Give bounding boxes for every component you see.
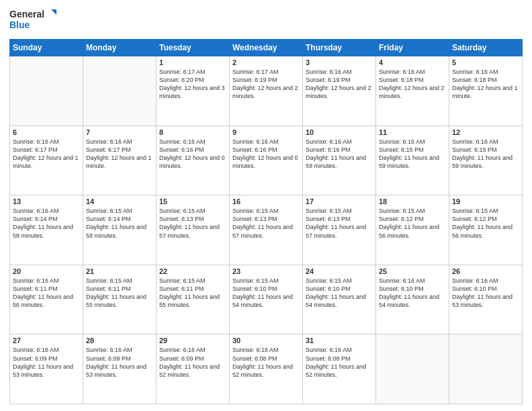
cell-content: Sunrise: 6:16 AMSunset: 6:17 PMDaylight:… xyxy=(86,138,153,171)
calendar-cell: 4Sunrise: 6:16 AMSunset: 6:18 PMDaylight… xyxy=(376,56,449,126)
page: General Blue SundayMondayTuesdayWednesda… xyxy=(0,0,532,411)
cell-content: Sunrise: 6:15 AMSunset: 6:13 PMDaylight:… xyxy=(232,207,300,240)
cell-content: Sunrise: 6:15 AMSunset: 6:11 PMDaylight:… xyxy=(13,277,80,310)
cell-content: Sunrise: 6:17 AMSunset: 6:19 PMDaylight:… xyxy=(232,68,300,101)
day-number: 22 xyxy=(159,267,226,275)
cell-content: Sunrise: 6:16 AMSunset: 6:16 PMDaylight:… xyxy=(306,138,373,171)
day-number: 16 xyxy=(232,197,300,205)
cell-content: Sunrise: 6:16 AMSunset: 6:16 PMDaylight:… xyxy=(159,138,226,171)
calendar-cell: 24Sunrise: 6:15 AMSunset: 6:10 PMDayligh… xyxy=(303,265,376,334)
day-number: 23 xyxy=(232,267,300,275)
cell-content: Sunrise: 6:15 AMSunset: 6:11 PMDaylight:… xyxy=(159,277,226,310)
cell-content: Sunrise: 6:15 AMSunset: 6:14 PMDaylight:… xyxy=(86,207,153,240)
day-number: 9 xyxy=(232,128,300,136)
day-of-week-header: Tuesday xyxy=(157,40,230,56)
day-number: 5 xyxy=(452,58,519,66)
svg-text:Blue: Blue xyxy=(9,19,30,30)
day-number: 1 xyxy=(159,58,226,66)
calendar-cell: 30Sunrise: 6:16 AMSunset: 6:08 PMDayligh… xyxy=(230,334,303,404)
day-number: 21 xyxy=(86,267,153,275)
day-number: 7 xyxy=(86,128,153,136)
calendar-cell xyxy=(83,56,157,126)
cell-content: Sunrise: 6:16 AMSunset: 6:14 PMDaylight:… xyxy=(13,207,80,240)
calendar-cell: 19Sunrise: 6:15 AMSunset: 6:12 PMDayligh… xyxy=(449,195,523,265)
cell-content: Sunrise: 6:15 AMSunset: 6:13 PMDaylight:… xyxy=(159,207,226,240)
calendar-cell: 3Sunrise: 6:16 AMSunset: 6:19 PMDaylight… xyxy=(303,56,376,126)
day-of-week-header: Wednesday xyxy=(230,40,303,56)
calendar-cell: 20Sunrise: 6:15 AMSunset: 6:11 PMDayligh… xyxy=(10,265,83,334)
calendar-cell xyxy=(449,334,523,404)
cell-content: Sunrise: 6:16 AMSunset: 6:09 PMDaylight:… xyxy=(159,346,226,379)
calendar-table: SundayMondayTuesdayWednesdayThursdayFrid… xyxy=(9,39,523,404)
day-number: 6 xyxy=(13,128,80,136)
day-number: 28 xyxy=(86,336,153,345)
cell-content: Sunrise: 6:16 AMSunset: 6:10 PMDaylight:… xyxy=(379,277,446,310)
cell-content: Sunrise: 6:16 AMSunset: 6:08 PMDaylight:… xyxy=(306,346,373,379)
calendar-cell: 22Sunrise: 6:15 AMSunset: 6:11 PMDayligh… xyxy=(157,265,230,334)
calendar-cell: 12Sunrise: 6:16 AMSunset: 6:15 PMDayligh… xyxy=(449,126,523,195)
calendar-cell: 18Sunrise: 6:15 AMSunset: 6:12 PMDayligh… xyxy=(376,195,449,265)
cell-content: Sunrise: 6:16 AMSunset: 6:10 PMDaylight:… xyxy=(452,277,519,310)
day-number: 19 xyxy=(452,197,519,205)
day-number: 14 xyxy=(86,197,153,205)
cell-content: Sunrise: 6:16 AMSunset: 6:09 PMDaylight:… xyxy=(86,346,153,379)
cell-content: Sunrise: 6:16 AMSunset: 6:18 PMDaylight:… xyxy=(452,68,519,101)
calendar-cell: 23Sunrise: 6:15 AMSunset: 6:10 PMDayligh… xyxy=(230,265,303,334)
day-number: 24 xyxy=(306,267,373,275)
calendar-cell: 6Sunrise: 6:16 AMSunset: 6:17 PMDaylight… xyxy=(10,126,83,195)
calendar-cell: 7Sunrise: 6:16 AMSunset: 6:17 PMDaylight… xyxy=(83,126,157,195)
calendar-cell: 27Sunrise: 6:16 AMSunset: 6:09 PMDayligh… xyxy=(10,334,83,404)
day-number: 25 xyxy=(379,267,446,275)
day-number: 17 xyxy=(306,197,373,205)
calendar-cell: 31Sunrise: 6:16 AMSunset: 6:08 PMDayligh… xyxy=(303,334,376,404)
cell-content: Sunrise: 6:15 AMSunset: 6:12 PMDaylight:… xyxy=(379,207,446,240)
logo: General Blue xyxy=(9,7,56,34)
cell-content: Sunrise: 6:15 AMSunset: 6:10 PMDaylight:… xyxy=(232,277,300,310)
cell-content: Sunrise: 6:16 AMSunset: 6:16 PMDaylight:… xyxy=(232,138,300,171)
calendar-cell: 11Sunrise: 6:16 AMSunset: 6:15 PMDayligh… xyxy=(376,126,449,195)
cell-content: Sunrise: 6:16 AMSunset: 6:15 PMDaylight:… xyxy=(452,138,519,171)
calendar-cell: 29Sunrise: 6:16 AMSunset: 6:09 PMDayligh… xyxy=(157,334,230,404)
cell-content: Sunrise: 6:16 AMSunset: 6:08 PMDaylight:… xyxy=(232,346,300,379)
calendar-cell: 9Sunrise: 6:16 AMSunset: 6:16 PMDaylight… xyxy=(230,126,303,195)
day-number: 31 xyxy=(306,336,373,345)
calendar-cell xyxy=(10,56,83,126)
calendar-cell: 2Sunrise: 6:17 AMSunset: 6:19 PMDaylight… xyxy=(230,56,303,126)
day-number: 12 xyxy=(452,128,519,136)
cell-content: Sunrise: 6:16 AMSunset: 6:09 PMDaylight:… xyxy=(13,346,80,379)
calendar-cell: 1Sunrise: 6:17 AMSunset: 6:20 PMDaylight… xyxy=(157,56,230,126)
calendar-cell xyxy=(376,334,449,404)
day-number: 10 xyxy=(306,128,373,136)
calendar-cell: 25Sunrise: 6:16 AMSunset: 6:10 PMDayligh… xyxy=(376,265,449,334)
day-of-week-header: Saturday xyxy=(449,40,523,56)
day-number: 13 xyxy=(13,197,80,205)
svg-marker-2 xyxy=(51,9,56,15)
day-number: 27 xyxy=(13,336,80,345)
cell-content: Sunrise: 6:15 AMSunset: 6:11 PMDaylight:… xyxy=(86,277,153,310)
calendar-cell: 8Sunrise: 6:16 AMSunset: 6:16 PMDaylight… xyxy=(157,126,230,195)
day-number: 4 xyxy=(379,58,446,66)
day-number: 30 xyxy=(232,336,300,345)
calendar-cell: 26Sunrise: 6:16 AMSunset: 6:10 PMDayligh… xyxy=(449,265,523,334)
calendar-cell: 5Sunrise: 6:16 AMSunset: 6:18 PMDaylight… xyxy=(449,56,523,126)
logo-icon: General Blue xyxy=(9,7,56,34)
calendar-cell: 28Sunrise: 6:16 AMSunset: 6:09 PMDayligh… xyxy=(83,334,157,404)
day-of-week-header: Thursday xyxy=(303,40,376,56)
day-number: 3 xyxy=(306,58,373,66)
cell-content: Sunrise: 6:16 AMSunset: 6:17 PMDaylight:… xyxy=(13,138,80,171)
day-of-week-header: Friday xyxy=(376,40,449,56)
day-number: 2 xyxy=(232,58,300,66)
calendar-cell: 10Sunrise: 6:16 AMSunset: 6:16 PMDayligh… xyxy=(303,126,376,195)
day-number: 8 xyxy=(159,128,226,136)
day-of-week-header: Sunday xyxy=(10,40,83,56)
calendar-cell: 16Sunrise: 6:15 AMSunset: 6:13 PMDayligh… xyxy=(230,195,303,265)
svg-text:General: General xyxy=(9,9,44,19)
day-of-week-header: Monday xyxy=(83,40,157,56)
cell-content: Sunrise: 6:15 AMSunset: 6:13 PMDaylight:… xyxy=(306,207,373,240)
cell-content: Sunrise: 6:17 AMSunset: 6:20 PMDaylight:… xyxy=(159,68,226,101)
calendar-cell: 14Sunrise: 6:15 AMSunset: 6:14 PMDayligh… xyxy=(83,195,157,265)
cell-content: Sunrise: 6:16 AMSunset: 6:19 PMDaylight:… xyxy=(306,68,373,101)
calendar-cell: 13Sunrise: 6:16 AMSunset: 6:14 PMDayligh… xyxy=(10,195,83,265)
calendar-cell: 17Sunrise: 6:15 AMSunset: 6:13 PMDayligh… xyxy=(303,195,376,265)
header: General Blue xyxy=(9,7,523,34)
